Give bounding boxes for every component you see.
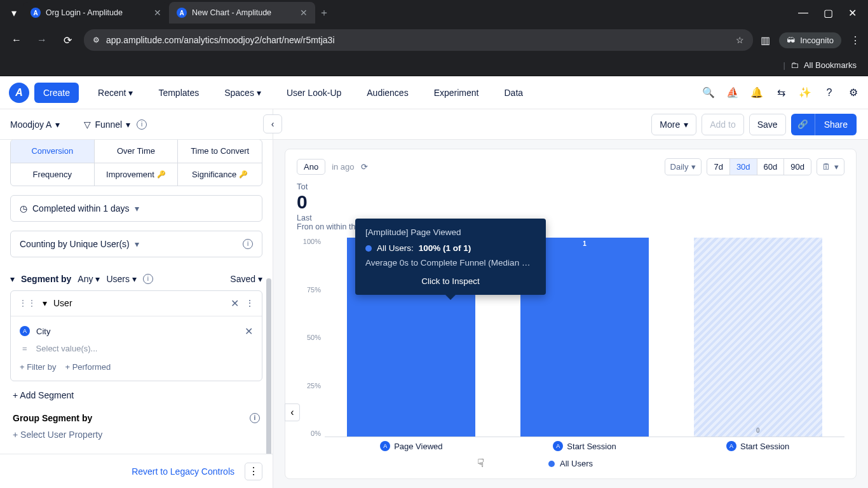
counting-by-selector[interactable]: Counting by Unique User(s) ▾ i [10, 231, 262, 257]
browser-tab[interactable]: A Org Login - Amplitude ✕ [23, 2, 169, 24]
tabs-dropdown[interactable]: ▾ [5, 4, 23, 22]
close-icon[interactable]: ✕ [300, 8, 308, 18]
segment-menu-icon[interactable]: ⋮ [245, 298, 254, 308]
pathfinder-icon[interactable]: ⇆ [775, 87, 787, 98]
x-label[interactable]: APage Viewed [325, 437, 498, 455]
chevron-down-icon[interactable]: ▾ [43, 298, 47, 308]
footer-menu-button[interactable]: ⋮ [245, 463, 262, 480]
chart-legend[interactable]: All Users [297, 455, 844, 472]
segment-any-selector[interactable]: Any ▾ [78, 274, 100, 284]
chevron-down-icon[interactable]: ▾ [10, 274, 15, 284]
window-close[interactable]: ✕ [848, 7, 857, 19]
more-button[interactable]: More ▾ [651, 114, 696, 135]
tab-time-to-convert[interactable]: Time to Convert [178, 140, 262, 163]
nav-data[interactable]: Data [498, 83, 529, 103]
window-minimize[interactable]: ― [798, 7, 808, 19]
operator[interactable]: = [22, 344, 27, 353]
chart-type-selector[interactable]: ▽ Funnel ▾ [84, 119, 130, 130]
segment-users-selector[interactable]: Users ▾ [106, 274, 136, 284]
browser-menu-icon[interactable]: ⋮ [850, 34, 860, 46]
drag-handle-icon[interactable]: ⋮⋮ [18, 298, 36, 308]
range-90d[interactable]: 90d [784, 159, 811, 175]
segment-property-row[interactable]: A City ✕ [20, 323, 253, 340]
forward-button[interactable]: → [33, 31, 51, 49]
range-60d[interactable]: 60d [757, 159, 785, 175]
info-icon[interactable]: i [250, 413, 260, 423]
legend-dot-icon [548, 461, 555, 467]
chevron-down-icon: ▾ [135, 203, 139, 214]
completed-within-selector[interactable]: ◷ Completed within 1 days ▾ [10, 195, 262, 222]
range-30d[interactable]: 30d [730, 159, 757, 175]
save-button[interactable]: Save [749, 114, 786, 135]
info-icon[interactable]: i [243, 239, 253, 249]
window-maximize[interactable]: ▢ [824, 7, 833, 19]
date-picker-button[interactable]: 🗓▾ [817, 158, 844, 175]
all-bookmarks-link[interactable]: All Bookmarks [804, 60, 857, 70]
collapse-sidebar-button[interactable]: ‹ [263, 114, 282, 133]
project-selector[interactable]: Moodjoy A ▾ [10, 119, 60, 130]
calendar-icon: 🗓 [822, 162, 831, 172]
link-icon: 🔗 [797, 119, 808, 129]
close-icon[interactable]: ✕ [154, 8, 161, 18]
add-to-button[interactable]: Add to [702, 114, 743, 135]
chevron-down-icon: ▾ [135, 239, 139, 249]
gear-icon[interactable]: ⚙ [848, 87, 859, 98]
nav-templates[interactable]: Templates [152, 83, 205, 103]
search-icon[interactable]: 🔍 [703, 87, 714, 98]
reload-button[interactable]: ⟳ [58, 31, 76, 49]
amplitude-logo[interactable]: A [9, 83, 29, 103]
browser-tab[interactable]: A New Chart - Amplitude ✕ [169, 2, 315, 24]
magic-icon[interactable]: ✨ [799, 87, 811, 98]
incognito-badge[interactable]: 🕶 Incognito [779, 32, 841, 48]
scrollbar[interactable] [265, 177, 273, 409]
main-panel: More ▾ Add to Save 🔗 Share ‹ Ano in ago … [273, 109, 868, 488]
refresh-icon[interactable]: ⟳ [361, 162, 368, 172]
info-icon[interactable]: i [143, 274, 153, 284]
help-icon[interactable]: ? [824, 87, 835, 98]
tab-improvement[interactable]: Improvement🔑 [95, 163, 179, 186]
add-filter-button[interactable]: + Filter by [20, 362, 56, 372]
nav-audiences[interactable]: Audiences [360, 83, 414, 103]
add-segment-button[interactable]: + Add Segment [10, 381, 262, 409]
address-bar[interactable]: ⚙ app.amplitude.com/analytics/moodjoy2/c… [84, 29, 753, 51]
star-icon[interactable]: ☆ [736, 35, 744, 45]
nav-user-lookup[interactable]: User Look-Up [280, 83, 348, 103]
create-button[interactable]: Create [34, 83, 79, 103]
tooltip-inspect[interactable]: Click to Inspect [365, 276, 536, 286]
tab-over-time[interactable]: Over Time [95, 140, 179, 163]
bell-icon[interactable]: 🔔 [751, 87, 763, 98]
feed-icon[interactable]: ⛵ [727, 87, 738, 98]
remove-property-button[interactable]: ✕ [245, 325, 253, 337]
tab-frequency[interactable]: Frequency [11, 163, 95, 186]
scrollbar-thumb[interactable] [266, 278, 271, 454]
panel-icon[interactable]: ▥ [761, 34, 770, 46]
property-name: City [36, 327, 50, 336]
nav-experiment[interactable]: Experiment [428, 83, 485, 103]
back-button[interactable]: ← [8, 31, 25, 49]
add-performed-button[interactable]: + Performed [65, 362, 111, 372]
share-button[interactable]: Share [815, 114, 857, 135]
tooltip-title: [Amplitude] Page Viewed [365, 227, 536, 237]
x-label[interactable]: AStart Session [671, 437, 844, 455]
value-input[interactable]: Select value(s)... [36, 344, 98, 353]
site-info-icon[interactable]: ⚙ [93, 36, 100, 44]
tab-conversion[interactable]: Conversion [11, 140, 95, 163]
tab-significance[interactable]: Significance🔑 [178, 163, 262, 186]
tooltip-series-label: All Users: [377, 243, 414, 253]
info-icon[interactable]: i [137, 119, 147, 130]
x-label[interactable]: AStart Session [498, 437, 672, 455]
new-tab-button[interactable]: ＋ [315, 4, 333, 22]
chart-plot[interactable]: 100% 75% 50% 25% 0% 1 [297, 238, 844, 455]
nav-recent[interactable]: Recent ▾ [92, 83, 139, 103]
saved-segments-selector[interactable]: Saved ▾ [230, 274, 262, 284]
remove-segment-button[interactable]: ✕ [231, 297, 239, 309]
nav-spaces[interactable]: Spaces ▾ [218, 83, 268, 103]
browser-titlebar: ▾ A Org Login - Amplitude ✕ A New Chart … [0, 0, 868, 25]
range-7d[interactable]: 7d [707, 159, 729, 175]
select-user-property-button[interactable]: + Select User Property [10, 423, 262, 446]
funnel-bar[interactable]: 0 [694, 238, 822, 437]
copy-link-button[interactable]: 🔗 [791, 114, 815, 135]
anchor-dropdown[interactable]: Ano [297, 159, 325, 175]
revert-link[interactable]: Revert to Legacy Controls [132, 466, 234, 477]
granularity-selector[interactable]: Daily ▾ [665, 158, 702, 175]
